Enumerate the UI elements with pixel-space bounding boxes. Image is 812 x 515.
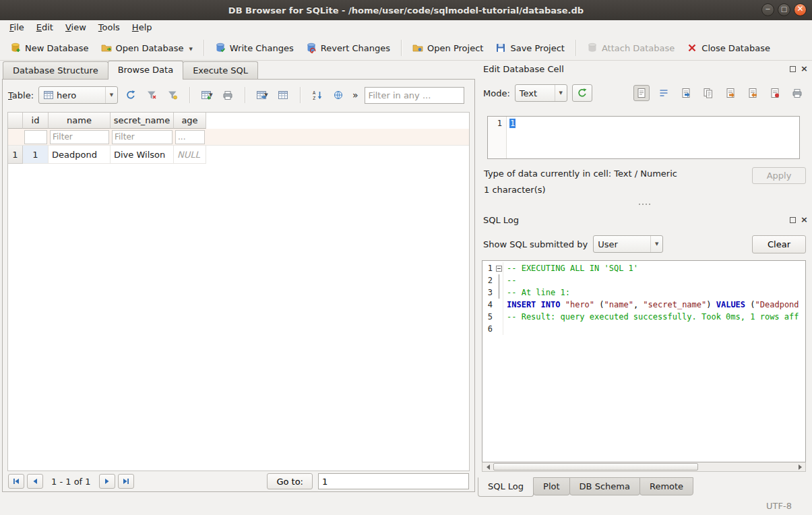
refresh-button[interactable] (123, 87, 139, 103)
next-record-button[interactable] (99, 474, 115, 489)
print-button[interactable] (220, 87, 236, 103)
save-project-icon (495, 42, 506, 53)
clear-filters-button[interactable] (144, 87, 160, 103)
row-header[interactable]: 1 (8, 146, 23, 164)
sql-log-editor[interactable]: 1 -- EXECUTING ALL IN 'SQL 1' 2 -- 3 -- … (482, 260, 806, 462)
attach-database-button[interactable]: Attach Database (582, 39, 680, 57)
import-button[interactable] (745, 85, 761, 101)
grid-corner[interactable] (8, 113, 23, 129)
cell-age[interactable]: NULL (174, 146, 206, 164)
float-dock-icon[interactable] (790, 217, 796, 223)
print-icon (792, 88, 803, 98)
scroll-left-icon (487, 464, 490, 470)
duplicate-record-button[interactable]: ▼ (254, 87, 270, 103)
line-number: 4 (482, 299, 495, 311)
table-select[interactable]: hero ▼ (38, 86, 118, 104)
horizontal-scrollbar[interactable] (482, 462, 806, 472)
menu-help[interactable]: Help (126, 20, 158, 36)
cell-id[interactable]: 1 (23, 146, 49, 164)
scroll-left-button[interactable] (482, 462, 493, 471)
tab-database-structure[interactable]: Database Structure (3, 61, 108, 79)
print-cell-button[interactable] (789, 85, 805, 101)
save-filter-button[interactable] (164, 87, 181, 103)
copy-button[interactable] (700, 85, 716, 101)
cell-info: Type of data currently in cell: Text / N… (476, 159, 812, 200)
float-dock-icon[interactable] (790, 66, 796, 72)
show-sql-label: Show SQL submitted by (483, 239, 588, 249)
tab-db-schema[interactable]: DB Schema (569, 477, 640, 495)
cell-secret-name[interactable]: Dive Wilson (111, 146, 174, 164)
cell-name[interactable]: Deadpond (49, 146, 111, 164)
previous-record-button[interactable] (27, 474, 43, 489)
menu-edit[interactable]: Edit (30, 20, 59, 36)
fold-guide-line (499, 274, 499, 286)
sort-button[interactable]: AZ (309, 87, 325, 103)
word-wrap-button[interactable] (656, 85, 672, 101)
sql-log-source-select[interactable]: User ▼ (593, 235, 663, 253)
print-icon (222, 90, 233, 100)
close-dock-icon[interactable]: × (801, 216, 808, 223)
tab-browse-data[interactable]: Browse Data (108, 61, 184, 80)
save-project-button[interactable]: Save Project (490, 39, 570, 57)
close-dock-icon[interactable]: × (801, 65, 808, 72)
toolbar-separator (401, 40, 402, 56)
scroll-right-button[interactable] (794, 462, 805, 471)
column-header-id[interactable]: id (23, 113, 49, 129)
close-icon[interactable]: ✕ (794, 3, 807, 16)
tab-remote[interactable]: Remote (639, 477, 693, 495)
set-null-button[interactable] (767, 85, 783, 101)
menu-view[interactable]: View (59, 20, 92, 36)
last-record-button[interactable] (118, 474, 134, 489)
filter-any-column-input[interactable] (365, 87, 464, 104)
export-button[interactable] (722, 85, 739, 101)
format-button[interactable] (572, 84, 592, 102)
menu-file[interactable]: File (3, 20, 30, 36)
text-mode-button[interactable] (633, 85, 650, 101)
data-grid[interactable]: id name secret_name age 1 1 (7, 112, 470, 471)
open-database-menu-caret[interactable]: ▼ (189, 47, 192, 53)
fold-collapse-icon[interactable] (496, 266, 502, 272)
right-dock-area: Edit Database Cell × Mode: Text ▼ (476, 61, 812, 497)
goto-input[interactable] (318, 473, 469, 489)
goto-button[interactable]: Go to: (267, 473, 313, 489)
toolbar-separator (575, 40, 576, 56)
filter-input-id[interactable] (24, 130, 47, 144)
cell-editor[interactable]: 1 1 (487, 116, 800, 159)
minimize-icon[interactable]: − (761, 3, 774, 16)
revert-changes-button[interactable]: Revert Changes (301, 39, 396, 57)
column-header-secret-name[interactable]: secret_name (111, 113, 174, 129)
clear-log-button[interactable]: Clear (752, 235, 806, 253)
mode-select[interactable]: Text ▼ (515, 84, 567, 102)
tab-plot[interactable]: Plot (533, 477, 570, 495)
column-header-age[interactable]: age (174, 113, 206, 129)
close-database-icon (687, 42, 697, 53)
dock-tabbar: SQL Log Plot DB Schema Remote (476, 472, 812, 497)
mode-label: Mode: (483, 88, 510, 98)
maximize-icon[interactable]: □ (778, 3, 790, 16)
close-database-button[interactable]: Close Database (681, 39, 776, 57)
write-changes-button[interactable]: Write Changes (210, 39, 299, 57)
filter-input-secret-name[interactable] (112, 130, 173, 144)
tab-execute-sql[interactable]: Execute SQL (183, 61, 258, 79)
filter-input-name[interactable] (50, 130, 109, 144)
titlebar[interactable]: DB Browser for SQLite - /home/user/code/… (0, 0, 812, 20)
apply-button[interactable]: Apply (752, 167, 806, 184)
set-null-icon (770, 88, 780, 98)
toolbar-overflow-button[interactable]: » (351, 90, 360, 100)
cell-editor-content[interactable]: 1 (507, 117, 518, 158)
new-database-button[interactable]: New Database (5, 39, 94, 57)
delete-record-button[interactable] (275, 87, 291, 103)
filter-input-age[interactable] (175, 130, 205, 144)
menu-tools[interactable]: Tools (92, 20, 126, 36)
scrollbar-track[interactable] (493, 462, 794, 471)
edit-cell-button[interactable] (330, 87, 346, 103)
scrollbar-thumb[interactable] (493, 463, 698, 471)
first-record-button[interactable] (8, 474, 24, 489)
open-project-button[interactable]: Open Project (407, 39, 489, 57)
column-header-name[interactable]: name (49, 113, 111, 129)
open-database-button[interactable]: Open Database ▼ (96, 39, 198, 57)
open-file-button[interactable] (678, 85, 694, 101)
new-record-button[interactable]: ▼ (199, 87, 215, 103)
tab-sql-log[interactable]: SQL Log (478, 477, 534, 497)
dock-splitter-handle[interactable] (476, 200, 812, 209)
